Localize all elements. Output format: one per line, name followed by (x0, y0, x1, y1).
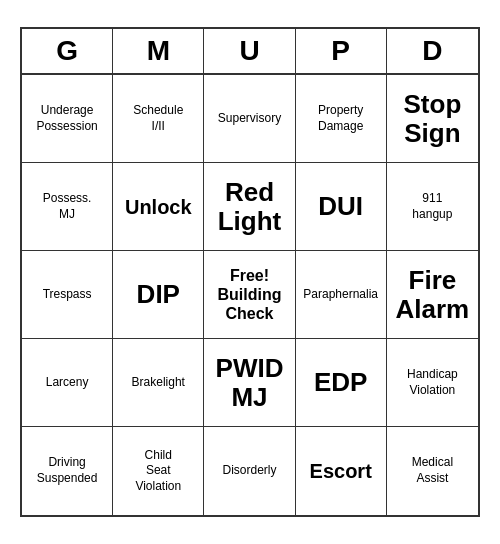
header-cell-G: G (22, 29, 113, 73)
bingo-cell-23[interactable]: Escort (296, 427, 387, 515)
bingo-cell-4[interactable]: StopSign (387, 75, 478, 163)
bingo-cell-2[interactable]: Supervisory (204, 75, 295, 163)
bingo-cell-9[interactable]: 911hangup (387, 163, 478, 251)
bingo-cell-15[interactable]: Larceny (22, 339, 113, 427)
bingo-cell-12[interactable]: Free!BuildingCheck (204, 251, 295, 339)
bingo-cell-3[interactable]: PropertyDamage (296, 75, 387, 163)
bingo-cell-6[interactable]: Unlock (113, 163, 204, 251)
bingo-cell-14[interactable]: FireAlarm (387, 251, 478, 339)
bingo-cell-0[interactable]: UnderagePossession (22, 75, 113, 163)
bingo-cell-18[interactable]: EDP (296, 339, 387, 427)
bingo-cell-20[interactable]: DrivingSuspended (22, 427, 113, 515)
bingo-cell-13[interactable]: Paraphernalia (296, 251, 387, 339)
bingo-cell-16[interactable]: Brakelight (113, 339, 204, 427)
bingo-cell-11[interactable]: DIP (113, 251, 204, 339)
bingo-grid: UnderagePossessionScheduleI/IISupervisor… (22, 75, 478, 515)
header-row: GMUPD (22, 29, 478, 75)
bingo-cell-10[interactable]: Trespass (22, 251, 113, 339)
bingo-cell-24[interactable]: MedicalAssist (387, 427, 478, 515)
bingo-card: GMUPD UnderagePossessionScheduleI/IISupe… (20, 27, 480, 517)
bingo-cell-8[interactable]: DUI (296, 163, 387, 251)
bingo-cell-22[interactable]: Disorderly (204, 427, 295, 515)
header-cell-M: M (113, 29, 204, 73)
bingo-cell-19[interactable]: HandicapViolation (387, 339, 478, 427)
header-cell-U: U (204, 29, 295, 73)
header-cell-P: P (296, 29, 387, 73)
bingo-cell-1[interactable]: ScheduleI/II (113, 75, 204, 163)
bingo-cell-5[interactable]: Possess.MJ (22, 163, 113, 251)
bingo-cell-21[interactable]: ChildSeatViolation (113, 427, 204, 515)
header-cell-D: D (387, 29, 478, 73)
bingo-cell-7[interactable]: RedLight (204, 163, 295, 251)
bingo-cell-17[interactable]: PWIDMJ (204, 339, 295, 427)
